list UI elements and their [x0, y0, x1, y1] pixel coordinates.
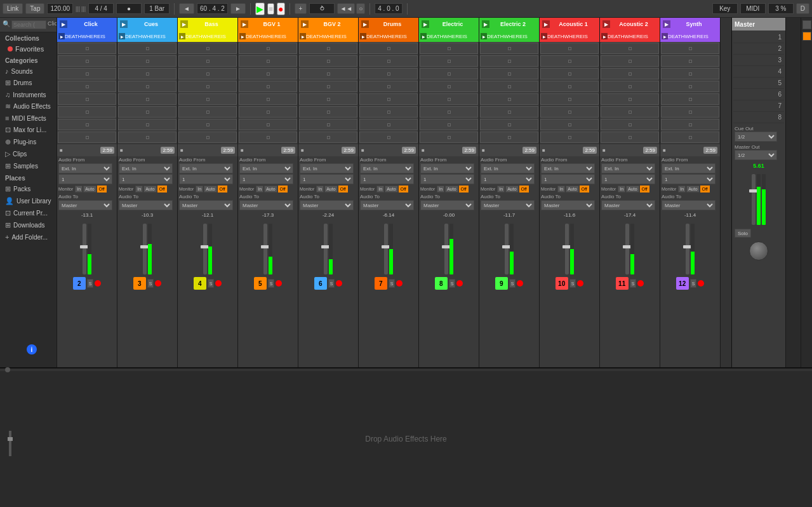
audio-from-ch-select-4[interactable]: 1: [300, 174, 354, 184]
empty-slot-6-4[interactable]: [420, 93, 478, 105]
audio-from-ch-select-3[interactable]: 1: [239, 174, 293, 184]
drop-audio-effects-area[interactable]: Drop Audio Effects Here: [0, 371, 812, 507]
track-header-10[interactable]: ▶Synth: [660, 18, 720, 30]
empty-slot-2-5[interactable]: [178, 106, 237, 118]
track-play-btn-4[interactable]: ▶: [301, 20, 309, 28]
empty-slot-5-4[interactable]: [359, 93, 418, 105]
clip-stop-10[interactable]: ■: [663, 147, 666, 153]
solo-btn-9[interactable]: S: [630, 279, 637, 288]
solo-btn-2[interactable]: S: [208, 279, 215, 288]
track-play-btn-1[interactable]: ▶: [120, 20, 128, 28]
empty-slot-8-4[interactable]: [540, 93, 599, 105]
audio-from-select-3[interactable]: Ext. In: [239, 163, 293, 173]
sidebar-item-add-folder[interactable]: + Add Folder...: [0, 231, 57, 243]
record-btn-10[interactable]: [698, 280, 704, 287]
empty-slot-9-6[interactable]: [601, 119, 659, 130]
monitor-in-btn-6[interactable]: In: [437, 186, 444, 193]
track-header-1[interactable]: ▶Cues: [117, 18, 177, 30]
empty-slot-3-1[interactable]: [239, 55, 297, 67]
audio-from-select-10[interactable]: Ext. In: [662, 163, 715, 173]
mini-slider-thumb[interactable]: [8, 437, 13, 441]
audio-from-select-9[interactable]: Ext. In: [601, 163, 655, 173]
empty-slot-4-4[interactable]: [299, 93, 357, 105]
fader-9[interactable]: [625, 224, 629, 274]
empty-slot-5-1[interactable]: [359, 55, 418, 67]
empty-slot-8-6[interactable]: [540, 119, 599, 130]
mini-slider[interactable]: [9, 431, 11, 456]
sidebar-item-samples[interactable]: ⊞ Samples: [0, 160, 57, 172]
audio-from-ch-select-9[interactable]: 1: [601, 174, 655, 184]
right-panel-btn-1[interactable]: [802, 20, 811, 29]
sidebar-item-current-project[interactable]: ⊡ Current Pr...: [0, 207, 57, 219]
d-button[interactable]: D: [796, 3, 809, 14]
track-play-btn-7[interactable]: ▶: [482, 20, 489, 28]
empty-slot-2-2[interactable]: [178, 68, 237, 79]
clip-stop-0[interactable]: ■: [60, 147, 63, 153]
fader-2[interactable]: [203, 224, 207, 274]
empty-slot-9-1[interactable]: [601, 55, 659, 67]
empty-slot-1-6[interactable]: [118, 119, 176, 130]
clip-row-5[interactable]: ▶DEATHWHEREIS: [359, 30, 418, 42]
fader-0[interactable]: [83, 224, 86, 274]
audio-from-select-7[interactable]: Ext. In: [481, 163, 535, 173]
monitor-auto-btn-5[interactable]: Auto: [385, 186, 397, 193]
empty-slot-0-3[interactable]: [58, 81, 116, 92]
track-header-8[interactable]: ▶Acoustic 1: [540, 18, 599, 30]
clip-play-5[interactable]: ▶: [360, 33, 366, 39]
ff-button[interactable]: ○: [356, 3, 365, 14]
search-input[interactable]: [11, 20, 46, 29]
empty-slot-0-4[interactable]: [58, 93, 116, 105]
track-header-9[interactable]: ▶Acoustic 2: [600, 18, 660, 30]
monitor-in-btn-10[interactable]: In: [678, 186, 686, 193]
empty-slot-0-1[interactable]: [58, 55, 116, 67]
clip-play-7[interactable]: ▶: [481, 33, 487, 39]
clip-row-3[interactable]: ▶DEATHWHEREIS: [238, 30, 298, 42]
tap-button[interactable]: Tap: [25, 3, 44, 14]
audio-from-ch-select-2[interactable]: 1: [179, 174, 233, 184]
clip-stop-4[interactable]: ■: [301, 147, 304, 153]
sidebar-item-plugins[interactable]: ⊕ Plug-ins: [0, 136, 57, 148]
clip-stop-7[interactable]: ■: [482, 147, 485, 153]
record-btn-4[interactable]: [336, 280, 342, 287]
monitor-off-btn-10[interactable]: Off: [700, 186, 710, 193]
favorites-item[interactable]: Favorites: [0, 43, 57, 55]
time-sig-display[interactable]: 4 / 4: [88, 3, 114, 14]
track-play-btn-0[interactable]: ▶: [60, 20, 67, 28]
empty-slot-8-1[interactable]: [540, 55, 599, 67]
add-button[interactable]: +: [295, 3, 307, 14]
empty-slot-4-2[interactable]: [299, 68, 357, 79]
solo-btn-0[interactable]: S: [87, 279, 94, 288]
master-out-select[interactable]: 1/2: [735, 150, 777, 160]
empty-slot-4-5[interactable]: [299, 106, 357, 118]
record-btn-7[interactable]: [517, 280, 523, 287]
empty-slot-10-6[interactable]: [661, 119, 719, 130]
info-dot[interactable]: i: [27, 344, 37, 355]
clip-row-10[interactable]: ▶DEATHWHEREIS: [660, 30, 720, 42]
audio-from-select-6[interactable]: Ext. In: [420, 163, 474, 173]
clip-play-3[interactable]: ▶: [239, 33, 246, 39]
right-panel-btn-2[interactable]: [802, 32, 811, 41]
sidebar-item-sounds[interactable]: ♪ Sounds: [0, 65, 57, 77]
audio-from-select-2[interactable]: Ext. In: [179, 163, 233, 173]
clip-play-8[interactable]: ▶: [541, 33, 547, 39]
monitor-auto-btn-3[interactable]: Auto: [264, 186, 277, 193]
sidebar-item-midi-effects[interactable]: ≡ MIDI Effects: [0, 112, 57, 124]
empty-slot-6-5[interactable]: [420, 106, 478, 118]
empty-slot-9-0[interactable]: [601, 43, 659, 54]
fader-6[interactable]: [444, 224, 448, 274]
audio-from-select-5[interactable]: Ext. In: [360, 163, 414, 173]
empty-slot-2-7[interactable]: [178, 132, 237, 143]
empty-slot-1-7[interactable]: [118, 132, 176, 143]
audio-to-select-6[interactable]: Master: [420, 200, 474, 210]
nudge-right-button[interactable]: ►: [230, 3, 246, 14]
audio-to-select-8[interactable]: Master: [541, 200, 595, 210]
solo-btn-1[interactable]: S: [147, 279, 154, 288]
empty-slot-6-3[interactable]: [420, 81, 478, 92]
clip-stop-3[interactable]: ■: [241, 147, 244, 153]
track-header-3[interactable]: ▶BGV 1: [238, 18, 298, 30]
empty-slot-6-6[interactable]: [420, 119, 478, 130]
empty-slot-5-2[interactable]: [359, 68, 418, 79]
empty-slot-0-6[interactable]: [58, 119, 116, 130]
empty-slot-0-7[interactable]: [58, 132, 116, 143]
sidebar-item-downloads[interactable]: ⊞ Downloads: [0, 219, 57, 231]
